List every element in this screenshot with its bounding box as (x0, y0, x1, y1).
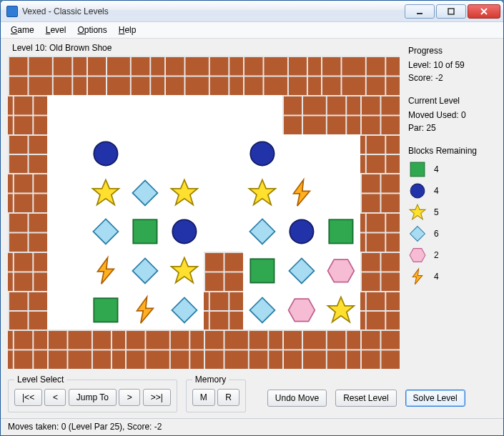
progress-score: Score: -2 (408, 73, 495, 83)
wall-cell (204, 291, 243, 330)
jump-to-button[interactable]: Jump To (69, 389, 117, 406)
last-level-button[interactable]: >>| (143, 389, 171, 406)
block-diamond[interactable] (87, 212, 126, 252)
first-level-button[interactable]: |<< (14, 389, 42, 406)
undo-move-button[interactable]: Undo Move (267, 390, 327, 407)
star-icon (408, 203, 427, 222)
memory-m-button[interactable]: M (192, 389, 215, 406)
wall-cell (8, 134, 47, 174)
wall-cell (321, 330, 360, 369)
legend-count: 5 (434, 207, 439, 217)
block-hexagon[interactable] (282, 291, 322, 330)
titlebar: Vexed - Classic Levels (1, 1, 503, 22)
block-star[interactable] (164, 173, 204, 212)
block-diamond[interactable] (282, 252, 322, 291)
wall-cell (321, 56, 360, 95)
square-icon (90, 294, 122, 326)
block-diamond[interactable] (125, 252, 164, 291)
block-diamond[interactable] (243, 291, 282, 330)
empty-cell (204, 95, 243, 134)
star-icon (169, 255, 200, 287)
block-diamond[interactable] (164, 291, 204, 330)
empty-cell (204, 134, 243, 174)
circle-icon (90, 138, 122, 169)
empty-cell (321, 134, 360, 174)
legend-row-square: 4 (408, 160, 495, 179)
close-button[interactable] (468, 4, 500, 19)
block-star[interactable] (321, 291, 360, 330)
wall-cell (87, 56, 126, 95)
par: Par: 25 (408, 123, 495, 133)
circle-icon (169, 216, 200, 247)
block-star[interactable] (164, 252, 204, 291)
wall-cell (360, 173, 400, 212)
app-icon (6, 6, 18, 17)
reset-level-button[interactable]: Reset Level (335, 390, 396, 407)
empty-cell (47, 95, 87, 134)
diamond-icon (169, 294, 200, 326)
progress-heading: Progress (408, 46, 495, 56)
block-diamond[interactable] (243, 212, 282, 252)
client-area: Level 10: Old Brown Shoe Progress Level:… (1, 39, 503, 418)
diamond-icon (247, 216, 278, 247)
block-bolt[interactable] (282, 173, 322, 212)
moves-used: Moved Used: 0 (408, 110, 495, 120)
wall-cell (204, 330, 243, 369)
memory-group: Memory M R (186, 375, 246, 412)
menu-level[interactable]: Level (46, 25, 66, 35)
minimize-button[interactable] (405, 4, 435, 19)
block-circle[interactable] (87, 134, 126, 174)
wall-cell (243, 330, 282, 369)
bolt-icon (90, 255, 122, 287)
maximize-button[interactable] (436, 4, 466, 19)
prev-level-button[interactable]: < (44, 389, 66, 406)
menu-game[interactable]: Game (11, 25, 34, 35)
square-icon (325, 216, 357, 247)
empty-cell (87, 95, 126, 134)
block-circle[interactable] (243, 134, 282, 174)
block-diamond[interactable] (125, 173, 164, 212)
block-circle[interactable] (164, 212, 204, 252)
app-window: Vexed - Classic Levels Game Level Option… (0, 0, 504, 436)
memory-r-button[interactable]: R (217, 389, 239, 406)
block-hexagon[interactable] (321, 252, 360, 291)
memory-heading: Memory (192, 375, 229, 385)
square-icon (408, 160, 427, 179)
menu-help[interactable]: Help (119, 25, 137, 35)
star-icon (90, 177, 122, 209)
wall-cell (8, 252, 47, 291)
block-bolt[interactable] (125, 291, 164, 330)
star-icon (325, 294, 357, 326)
block-square[interactable] (321, 212, 360, 252)
wall-cell (360, 56, 400, 95)
wall-cell (360, 134, 400, 174)
solve-level-button[interactable]: Solve Level (405, 390, 465, 407)
next-level-button[interactable]: > (119, 389, 140, 406)
bolt-icon (286, 177, 317, 209)
block-square[interactable] (125, 212, 164, 252)
empty-cell (204, 212, 243, 252)
window-title: Vexed - Classic Levels (22, 6, 109, 16)
game-board[interactable] (8, 56, 400, 369)
progress-level: Level: 10 of 59 (408, 60, 495, 70)
side-panel: Progress Level: 10 of 59 Score: -2 Curre… (407, 41, 496, 369)
wall-cell (204, 252, 243, 291)
empty-cell (47, 173, 87, 212)
wall-cell (8, 291, 47, 330)
block-circle[interactable] (282, 212, 322, 252)
level-title: Level 10: Old Brown Shoe (12, 43, 400, 53)
wall-cell (243, 56, 282, 95)
empty-cell (125, 134, 164, 174)
legend-count: 4 (434, 164, 439, 174)
block-square[interactable] (87, 291, 126, 330)
wall-cell (125, 56, 164, 95)
menu-options[interactable]: Options (77, 25, 107, 35)
block-star[interactable] (243, 173, 282, 212)
block-bolt[interactable] (87, 252, 126, 291)
empty-cell (282, 134, 322, 174)
block-star[interactable] (87, 173, 126, 212)
hexagon-icon (286, 294, 317, 326)
block-square[interactable] (243, 252, 282, 291)
svg-rect-1 (448, 9, 454, 14)
wall-cell (360, 252, 400, 291)
